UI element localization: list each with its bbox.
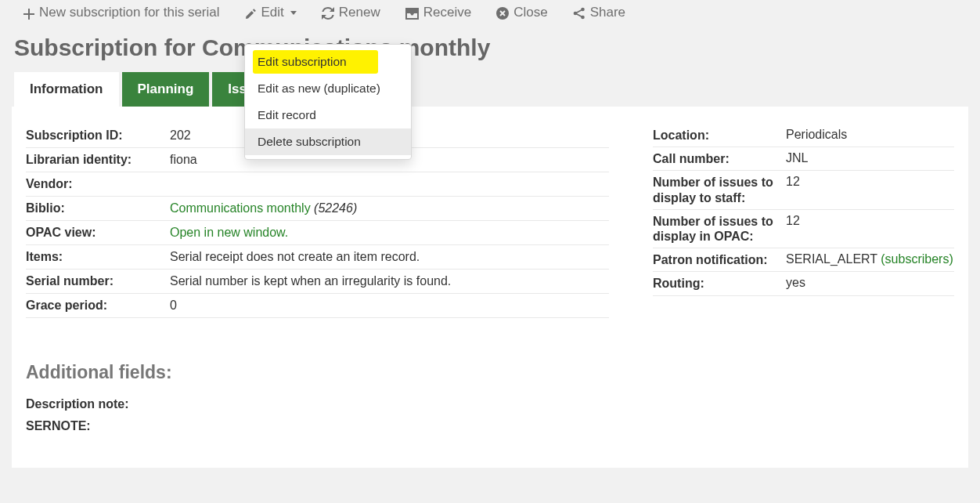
receive-label: Receive — [423, 5, 471, 20]
value-items: Serial receipt does not create an item r… — [170, 250, 609, 264]
biblio-link[interactable]: Communications monthly — [170, 201, 311, 215]
value-opac: Open in new window. — [170, 226, 609, 240]
row-routing: Routing: yes — [653, 272, 954, 295]
refresh-icon — [322, 5, 334, 20]
right-column: Location: Periodicals Call number: JNL N… — [653, 124, 954, 318]
label-numstaff: Number of issues to display to staff: — [653, 175, 786, 204]
renew-button[interactable]: Renew — [322, 5, 380, 20]
share-label: Share — [590, 5, 625, 20]
tab-planning[interactable]: Planning — [122, 72, 210, 107]
label-numopac: Number of issues to display in OPAC: — [653, 214, 786, 244]
new-subscription-button[interactable]: New subscription for this serial — [23, 5, 220, 20]
label-sernote: SERNOTE: — [26, 419, 954, 433]
edit-dropdown-menu: Edit subscription Edit as new (duplicate… — [244, 44, 412, 160]
row-num-issues-opac: Number of issues to display in OPAC: 12 — [653, 210, 954, 248]
close-button[interactable]: Close — [496, 5, 547, 20]
label-location: Location: — [653, 128, 786, 143]
share-button[interactable]: Share — [573, 5, 625, 20]
menu-edit-record[interactable]: Edit record — [245, 102, 411, 128]
toolbar: New subscription for this serial Edit Re… — [0, 0, 980, 34]
row-biblio: Biblio: Communications monthly (52246) — [26, 197, 609, 221]
label-serialnum: Serial number: — [26, 274, 170, 288]
row-num-issues-staff: Number of issues to display to staff: 12 — [653, 171, 954, 209]
label-librarian: Librarian identity: — [26, 153, 170, 167]
value-numstaff: 12 — [786, 175, 954, 204]
label-subscription-id: Subscription ID: — [26, 128, 170, 143]
renew-label: Renew — [339, 5, 380, 20]
value-numopac: 12 — [786, 214, 954, 244]
row-items: Items: Serial receipt does not create an… — [26, 245, 609, 270]
label-opac: OPAC view: — [26, 226, 170, 240]
label-items: Items: — [26, 250, 170, 264]
new-subscription-label: New subscription for this serial — [39, 5, 220, 20]
value-grace: 0 — [170, 299, 609, 313]
label-callnum: Call number: — [653, 151, 786, 166]
row-call-number: Call number: JNL — [653, 147, 954, 171]
value-serialnum: Serial number is kept when an irregulari… — [170, 274, 609, 288]
value-routing: yes — [786, 276, 954, 291]
share-icon — [573, 5, 585, 20]
value-biblio: Communications monthly (52246) — [170, 201, 609, 215]
close-circle-icon — [496, 5, 509, 20]
biblio-number: (52246) — [314, 201, 357, 215]
value-callnum: JNL — [786, 151, 954, 166]
edit-label: Edit — [261, 5, 284, 20]
menu-edit-as-new[interactable]: Edit as new (duplicate) — [245, 75, 411, 102]
label-biblio: Biblio: — [26, 201, 170, 215]
pencil-icon — [245, 5, 257, 20]
label-description-note: Description note: — [26, 397, 954, 411]
opac-link[interactable]: Open in new window. — [170, 226, 288, 239]
row-grace-period: Grace period: 0 — [26, 294, 609, 318]
row-serial-number: Serial number: Serial number is kept whe… — [26, 270, 609, 294]
patron-alert-name: SERIAL_ALERT — [786, 252, 877, 266]
plus-icon — [23, 5, 34, 19]
value-location: Periodicals — [786, 128, 954, 143]
row-location: Location: Periodicals — [653, 124, 954, 147]
edit-dropdown-button[interactable]: Edit — [245, 5, 297, 20]
menu-edit-subscription[interactable]: Edit subscription — [245, 49, 411, 75]
tabs: Information Planning Issues Summary — [0, 72, 980, 107]
menu-delete-subscription[interactable]: Delete subscription — [245, 128, 411, 155]
caret-down-icon — [290, 11, 297, 15]
information-panel: Subscription ID: 202 Librarian identity:… — [12, 107, 968, 468]
row-patron-notification: Patron notification: SERIAL_ALERT (subsc… — [653, 248, 954, 272]
inbox-icon — [405, 5, 419, 20]
receive-button[interactable]: Receive — [405, 5, 471, 20]
label-grace: Grace period: — [26, 299, 170, 313]
label-patron: Patron notification: — [653, 252, 786, 267]
label-routing: Routing: — [653, 276, 786, 291]
additional-fields-heading: Additional fields: — [26, 362, 954, 383]
tab-information[interactable]: Information — [14, 72, 119, 107]
value-vendor — [170, 177, 609, 191]
close-label: Close — [513, 5, 547, 20]
row-vendor: Vendor: — [26, 172, 609, 197]
label-vendor: Vendor: — [26, 177, 170, 191]
row-opac-view: OPAC view: Open in new window. — [26, 221, 609, 245]
subscribers-link[interactable]: (subscribers) — [881, 252, 953, 266]
page-title: Subscription for Communications monthly — [0, 34, 980, 61]
value-patron: SERIAL_ALERT (subscribers) — [786, 252, 954, 267]
